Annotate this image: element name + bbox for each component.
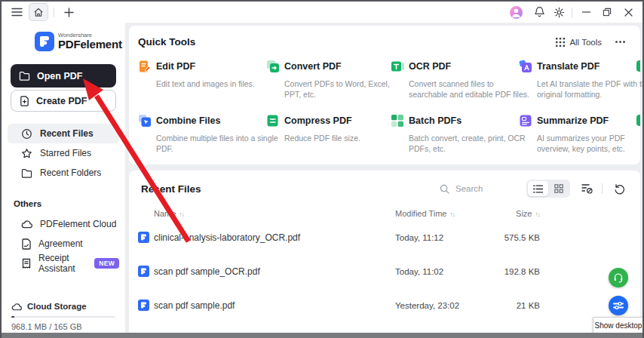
others-label: Receipt Assistant xyxy=(38,253,81,274)
tool-desc: Reduce PDF file size. xyxy=(284,133,406,143)
minimize-icon xyxy=(582,11,590,13)
restore-icon xyxy=(603,8,612,17)
nav-label: Recent Files xyxy=(40,128,94,139)
tool-name: Edit PDF xyxy=(156,61,195,72)
home-tab[interactable] xyxy=(29,3,48,21)
tool-name: Batch PDFs xyxy=(409,115,462,126)
tool-name: Summarize PDF xyxy=(537,115,609,126)
plus-icon xyxy=(64,8,74,17)
summarize-pdf-icon xyxy=(519,114,532,128)
all-tools-button[interactable]: All Tools xyxy=(556,38,602,47)
tool-name: Compress PDF xyxy=(284,115,352,126)
toolbar-separator xyxy=(602,183,603,194)
tool-combine-files[interactable]: Combine Files Combine multiple files int… xyxy=(138,114,266,155)
file-name: clinical-analysis-laboratory_OCR.pdf xyxy=(154,232,300,243)
history-icon xyxy=(614,183,625,195)
close-icon xyxy=(624,8,633,17)
pdf-file-icon xyxy=(138,300,149,311)
menu-button[interactable] xyxy=(8,4,26,20)
titlebar-actions xyxy=(510,4,642,20)
table-row-partial[interactable] xyxy=(129,322,640,333)
notifications-button[interactable] xyxy=(530,4,548,20)
clock-icon xyxy=(21,128,32,140)
taskbar-edge[interactable] xyxy=(0,333,644,338)
more-tools-button[interactable] xyxy=(615,41,625,43)
clear-list-icon xyxy=(581,183,593,194)
clear-recent-files-button[interactable] xyxy=(581,183,593,194)
search-input[interactable] xyxy=(454,183,507,194)
gear-icon xyxy=(554,7,565,18)
restore-files-button[interactable] xyxy=(614,183,625,195)
list-view-button[interactable] xyxy=(528,181,548,196)
support-button[interactable] xyxy=(609,268,628,287)
file-size: 21 KB xyxy=(486,301,540,310)
sidebar-item-agreement[interactable]: Agreement xyxy=(8,234,119,254)
partial-tool-icon[interactable] xyxy=(636,60,640,72)
table-row[interactable]: scan pdf sample_OCR.pdf Today, 11:02 192… xyxy=(129,254,640,288)
tool-compress-pdf[interactable]: Compress PDF Reduce PDF file size. xyxy=(266,114,391,155)
column-name[interactable]: Name↑↓ xyxy=(138,209,395,218)
settings-button[interactable] xyxy=(550,4,568,20)
search-box[interactable] xyxy=(440,183,507,194)
minimize-button[interactable] xyxy=(576,4,596,20)
sort-icon: ↑↓ xyxy=(535,210,541,218)
tool-desc: Convert PDFs to Word, Excel, PPT, etc. xyxy=(284,78,406,100)
quick-access-widget-button[interactable] xyxy=(609,296,628,315)
star-icon xyxy=(21,148,32,159)
others-section-title: Others xyxy=(14,199,125,208)
tool-summarize-pdf[interactable]: Summarize PDF AI summarizes your PDF ove… xyxy=(519,114,644,155)
tool-name: Convert PDF xyxy=(284,61,342,72)
table-row[interactable]: clinical-analysis-laboratory_OCR.pdf Tod… xyxy=(129,220,640,254)
sidebar-item-recent-files[interactable]: Recent Files xyxy=(8,124,119,143)
quick-tools-grid: Edit PDF Edit text and images in files. … xyxy=(129,48,640,155)
tool-name: Translate PDF xyxy=(537,61,600,72)
tool-translate-pdf[interactable]: Translate PDF Let AI translate the PDF w… xyxy=(519,60,644,100)
sort-icon: ↑↓ xyxy=(179,210,184,218)
tool-batch-pdfs[interactable]: Batch PDFs Batch convert, create, print,… xyxy=(391,114,519,155)
ellipsis-icon xyxy=(615,41,618,43)
view-toggle xyxy=(526,180,570,198)
table-row[interactable]: scan pdf sample.pdf Yesterday, 23:02 21 … xyxy=(129,288,640,322)
tool-ocr-pdf[interactable]: OCR PDF Convert scanned files to searcha… xyxy=(391,60,519,100)
sidebar-item-pdfelement-cloud[interactable]: PDFelement Cloud xyxy=(8,214,119,234)
translate-pdf-icon xyxy=(519,60,532,73)
tool-convert-pdf[interactable]: Convert PDF Convert PDFs to Word, Excel,… xyxy=(266,60,391,100)
nav-label: Recent Folders xyxy=(40,167,101,178)
all-tools-label: All Tools xyxy=(569,38,602,47)
new-tab-button[interactable] xyxy=(60,4,78,20)
hamburger-icon xyxy=(11,8,23,17)
tab-separator xyxy=(54,8,54,17)
controls-separator xyxy=(572,8,572,17)
file-name: scan pdf sample_OCR.pdf xyxy=(154,266,260,277)
tool-edit-pdf[interactable]: Edit PDF Edit text and images in files. xyxy=(138,60,266,100)
titlebar xyxy=(2,2,642,23)
others-label: PDFelement Cloud xyxy=(40,219,116,229)
cloud-storage-icon xyxy=(11,303,23,311)
file-modified: Yesterday, 23:02 xyxy=(395,301,486,310)
recent-files-card: Recent Files Name↑↓ Modified Time↑↓ Size… xyxy=(129,171,640,333)
grid-view-icon xyxy=(554,184,563,193)
close-button[interactable] xyxy=(618,4,638,20)
tool-desc: AI summarizes your PDF overview, key poi… xyxy=(537,133,644,155)
sidebar-item-receipt-assistant[interactable]: Receipt Assistant NEW xyxy=(8,254,119,273)
tool-name: Combine Files xyxy=(156,115,220,126)
storage-progress-fill xyxy=(11,316,14,318)
pdf-file-icon xyxy=(138,266,149,277)
file-size: 575.5 KB xyxy=(486,233,540,242)
brand-product: PDFelement xyxy=(58,38,122,51)
column-modified[interactable]: Modified Time↑↓ xyxy=(395,209,486,218)
user-avatar[interactable] xyxy=(510,6,523,19)
cloud-storage-row[interactable]: Cloud Storage xyxy=(11,302,115,311)
sidebar-item-starred-files[interactable]: Starred Files xyxy=(8,143,119,163)
create-pdf-button[interactable]: Create PDF xyxy=(11,90,116,112)
restore-button[interactable] xyxy=(597,4,617,20)
sidebar-item-recent-folders[interactable]: Recent Folders xyxy=(8,163,119,183)
column-size[interactable]: Size↑↓ xyxy=(486,209,540,218)
tool-desc: Convert scanned files to searchable and … xyxy=(409,78,531,100)
open-pdf-button[interactable]: Open PDF xyxy=(11,64,116,88)
main-area: Quick Tools All Tools Edit PDF Edit text… xyxy=(125,23,642,333)
partial-tool-icon[interactable] xyxy=(636,115,640,126)
grid-view-button[interactable] xyxy=(548,181,569,196)
file-size: 192.8 KB xyxy=(486,267,540,276)
grid-dots-icon xyxy=(556,38,565,47)
